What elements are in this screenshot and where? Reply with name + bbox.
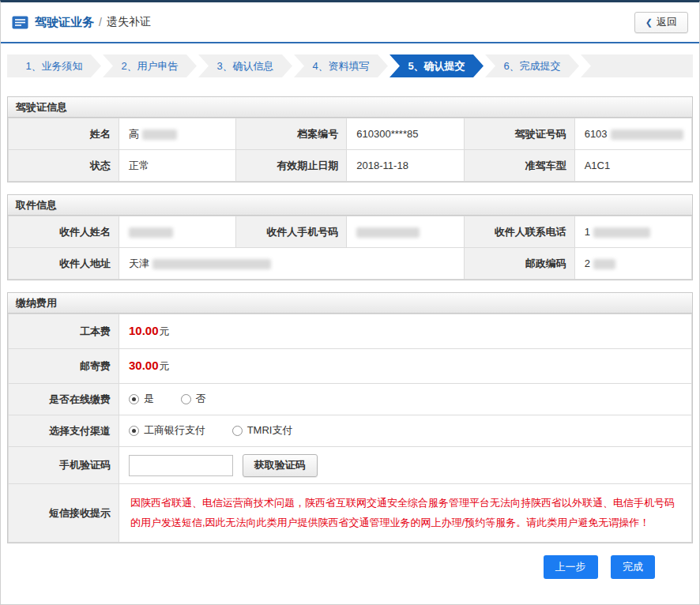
cost-fee-value: 10.00元 [119,314,692,349]
get-code-button[interactable]: 获取验证码 [243,454,318,477]
table-row: 邮寄费 30.00元 [9,349,692,384]
pay-channel-label: 选择支付渠道 [9,415,119,447]
postage-fee-value: 30.00元 [119,349,692,384]
table-row: 工本费 10.00元 [9,314,692,349]
step-3-confirm-info: 3、确认信息 [198,54,292,77]
header: 驾驶证业务 / 遗失补证 ❮ 返回 [1,2,699,43]
name-label: 姓名 [9,118,119,150]
table-row: 短信接收提示 因陕西省联通、电信运营商技术问题，陕西省互联网交通安全综合服务管理… [9,484,692,543]
recipient-address-text: 天津 [129,257,149,269]
step-1-business-notice: 1、业务须知 [7,54,101,77]
step-label: 6、完成提交 [503,60,560,72]
pickup-info-table: 收件人姓名 收件人手机号码 收件人联系电话 1 收件人地址 天津 邮政编码 [8,216,692,280]
radio-label-no: 否 [196,392,206,406]
step-label: 5、确认提交 [408,60,465,72]
cost-fee-label: 工本费 [9,314,119,349]
cost-fee-unit: 元 [160,325,170,337]
postage-fee-label: 邮寄费 [9,349,119,384]
postage-fee-unit: 元 [160,360,170,372]
redacted-text [593,227,650,238]
postage-fee-amount: 30.00 [129,359,159,372]
table-row: 收件人地址 天津 邮政编码 2 [9,248,692,280]
previous-step-button[interactable]: 上一步 [544,555,598,579]
file-no-value: 610300****85 [347,118,464,150]
radio-label-yes: 是 [144,392,154,406]
table-row: 选择支付渠道 工商银行支付 TMRI支付 [9,415,692,447]
footer-actions: 上一步 完成 [1,555,655,579]
table-row: 状态 正常 有效期止日期 2018-11-18 准驾车型 A1C1 [9,150,692,182]
cost-fee-amount: 10.00 [129,324,159,337]
pickup-info-section: 取件信息 收件人姓名 收件人手机号码 收件人联系电话 1 收件人地 [7,194,693,280]
recipient-name-label: 收件人姓名 [9,216,119,248]
redacted-text [129,227,173,238]
step-label: 2、用户申告 [121,60,178,72]
step-6-complete-submit: 6、完成提交 [485,54,579,77]
redacted-text [593,259,615,269]
recipient-mobile-value [347,216,464,248]
expiry-label: 有效期止日期 [236,150,347,182]
section-title-payment: 缴纳费用 [8,293,692,314]
name-value: 高 [119,118,236,150]
page-title-primary: 驾驶证业务 [35,15,94,30]
recipient-address-value: 天津 [119,248,465,280]
sms-tip-text: 因陕西省联通、电信运营商技术问题，陕西省互联网交通安全综合服务管理平台无法向持陕… [130,494,680,532]
license-info-section: 驾驶证信息 姓名 高 档案编号 610300****85 驾驶证号码 6103 … [7,96,693,182]
sms-code-input[interactable] [129,455,233,476]
step-label: 3、确认信息 [216,60,273,72]
vehicle-class-value: A1C1 [574,150,691,182]
back-button[interactable]: ❮ 返回 [634,12,688,33]
radio-online-pay-no[interactable]: 否 [181,392,206,406]
radio-channel-icbc[interactable]: 工商银行支付 [129,423,205,438]
recipient-phone-text: 1 [585,226,590,238]
recipient-phone-label: 收件人联系电话 [464,216,574,248]
online-pay-label: 是否在线缴费 [9,384,119,415]
file-no-label: 档案编号 [236,118,347,150]
sms-tip-label: 短信接收提示 [9,484,119,543]
radio-checked-icon [129,394,139,404]
vehicle-class-label: 准驾车型 [464,150,574,182]
name-value-text: 高 [129,128,139,140]
radio-channel-tmri[interactable]: TMRI支付 [232,423,293,438]
section-title-license: 驾驶证信息 [8,97,692,118]
license-no-label: 驾驶证号码 [464,118,574,150]
table-row: 是否在线缴费 是 否 [9,384,692,415]
redacted-text [611,130,683,140]
page: 驾驶证业务 / 遗失补证 ❮ 返回 1、业务须知 2、用户申告 3、确认信息 4… [0,0,700,605]
postcode-value: 2 [574,248,691,280]
breadcrumb: 驾驶证业务 / 遗失补证 [12,15,151,30]
expiry-value: 2018-11-18 [347,150,464,182]
license-no-value: 6103 [574,118,691,150]
redacted-text [142,130,177,140]
payment-section: 缴纳费用 工本费 10.00元 邮寄费 30.00元 是否在线缴费 [7,292,693,543]
license-info-table: 姓名 高 档案编号 610300****85 驾驶证号码 6103 状态 正常 … [8,118,692,182]
sms-code-label: 手机验证码 [9,447,119,484]
section-title-pickup: 取件信息 [8,195,692,216]
page-title-secondary: 遗失补证 [107,15,151,29]
table-row: 手机验证码 获取验证码 [9,447,692,484]
radio-online-pay-yes[interactable]: 是 [129,392,154,406]
sms-tip-cell: 因陕西省联通、电信运营商技术问题，陕西省互联网交通安全综合服务管理平台无法向持陕… [119,484,692,543]
redacted-text [152,259,271,269]
recipient-mobile-label: 收件人手机号码 [236,216,347,248]
steps-nav: 1、业务须知 2、用户申告 3、确认信息 4、资料填写 5、确认提交 6、完成提… [7,54,693,77]
pay-channel-options: 工商银行支付 TMRI支付 [119,415,692,447]
recipient-address-label: 收件人地址 [9,248,119,280]
status-value: 正常 [119,150,236,182]
back-button-label: 返回 [657,15,677,29]
step-4-fill-data: 4、资料填写 [294,54,388,77]
license-no-value-text: 6103 [585,128,608,140]
redacted-text [356,227,420,238]
radio-unchecked-icon [232,426,243,436]
finish-button[interactable]: 完成 [611,555,655,579]
step-label: 1、业务须知 [25,60,82,72]
license-business-icon [12,16,28,29]
radio-unchecked-icon [181,394,191,404]
step-2-user-declaration: 2、用户申告 [103,54,197,77]
recipient-name-value [119,216,236,248]
sms-code-field: 获取验证码 [119,447,692,484]
recipient-phone-value: 1 [574,216,691,248]
radio-checked-icon [129,426,139,436]
postcode-label: 邮政编码 [464,248,574,280]
radio-label-icbc: 工商银行支付 [144,423,205,438]
breadcrumb-divider: / [99,16,102,28]
